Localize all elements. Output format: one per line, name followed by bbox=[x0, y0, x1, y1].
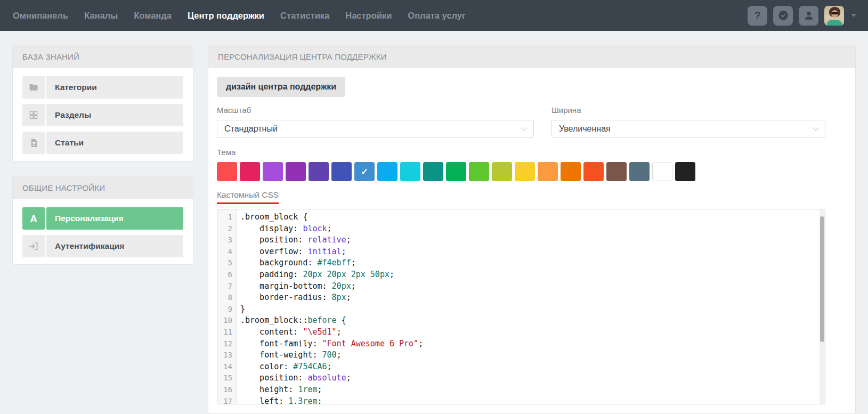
theme-swatch-3[interactable] bbox=[263, 162, 283, 181]
editor-scrollbar[interactable] bbox=[820, 209, 825, 404]
custom-css-label-row: Кастомный CSS bbox=[217, 190, 825, 204]
nav-item-5[interactable]: Статистика bbox=[280, 11, 329, 21]
editor-code-line: .broom_block { bbox=[240, 212, 825, 223]
editor-code-line: content: "\e5d1"; bbox=[240, 327, 825, 338]
theme-swatch-13[interactable] bbox=[492, 162, 512, 181]
theme-swatch-8[interactable] bbox=[377, 162, 398, 181]
nav-right-actions: ? bbox=[748, 6, 856, 26]
theme-swatch-19[interactable] bbox=[629, 162, 650, 181]
scale-label: Масштаб bbox=[217, 105, 534, 115]
theme-swatch-2[interactable] bbox=[240, 162, 260, 181]
settings-form: Масштаб Стандартный Ширина Увеличенная bbox=[217, 104, 825, 138]
sidebar-section-title: ОБЩИЕ НАСТРОЙКИ bbox=[13, 176, 193, 199]
badge-check-icon bbox=[777, 10, 789, 21]
sidebar-section-body: AПерсонализацияАутентификация bbox=[13, 199, 193, 264]
main-panel: ПЕРСОНАЛИЗАЦИЯ ЦЕНТРА ПОДДЕРЖКИ дизайн ц… bbox=[208, 45, 856, 414]
editor-code-line: border-radius: 8px; bbox=[240, 292, 825, 304]
theme-swatch-18[interactable] bbox=[606, 162, 627, 181]
help-button[interactable]: ? bbox=[748, 6, 767, 26]
nav-item-7[interactable]: Оплата услуг bbox=[408, 11, 466, 21]
sidebar-item-label: Статьи bbox=[46, 132, 183, 154]
theme-swatch-10[interactable] bbox=[423, 162, 443, 181]
editor-line-number: 15 bbox=[217, 372, 236, 384]
avatar[interactable] bbox=[824, 6, 844, 26]
theme-swatch-5[interactable] bbox=[309, 162, 329, 181]
editor-line-number: 5 bbox=[217, 257, 236, 269]
theme-swatch-14[interactable] bbox=[515, 162, 535, 181]
editor-code-line: font-family: "Font Awesome 6 Pro"; bbox=[240, 338, 825, 350]
theme-swatch-11[interactable] bbox=[446, 162, 466, 181]
sidebar-item-аутентификация[interactable]: Аутентификация bbox=[22, 235, 183, 257]
editor-line-number: 12 bbox=[217, 338, 236, 350]
badge-check-button[interactable] bbox=[773, 6, 793, 26]
sidebar-item-label: Аутентификация bbox=[46, 235, 183, 257]
sidebar-section-body: КатегорииРазделыСтатьи bbox=[13, 68, 193, 161]
editor-code-line: color: #754CA6; bbox=[240, 361, 825, 373]
grid-icon bbox=[22, 104, 45, 126]
editor-line-number: 4 bbox=[217, 246, 236, 258]
css-code-editor[interactable]: 1234567891011121314151617 .broom_block {… bbox=[217, 209, 825, 404]
editor-code-line: left: 1.3rem; bbox=[240, 396, 825, 404]
editor-code-line: height: 1rem; bbox=[240, 384, 825, 396]
sidebar-section-2: ОБЩИЕ НАСТРОЙКИAПерсонализацияАутентифик… bbox=[12, 176, 193, 265]
theme-swatch-9[interactable] bbox=[400, 162, 420, 181]
letter-a-icon: A bbox=[22, 207, 45, 230]
editor-gutter: 1234567891011121314151617 bbox=[217, 209, 237, 404]
editor-line-number: 2 bbox=[217, 223, 236, 235]
nav-item-2[interactable]: Каналы bbox=[84, 11, 118, 21]
sidebar-item-label: Разделы bbox=[46, 104, 183, 126]
nav-item-3[interactable]: Команда bbox=[134, 11, 172, 21]
editor-code-line: padding: 20px 20px 2px 50px; bbox=[240, 269, 825, 281]
custom-css-label: Кастомный CSS bbox=[217, 190, 279, 204]
user-icon bbox=[803, 10, 815, 21]
nav-item-4[interactable]: Центр поддержки bbox=[188, 11, 264, 21]
sidebar-item-label: Персонализация bbox=[46, 207, 183, 230]
theme-swatch-16[interactable] bbox=[561, 162, 581, 181]
theme-swatch-12[interactable] bbox=[469, 162, 489, 181]
editor-code[interactable]: .broom_block { display: block; position:… bbox=[237, 209, 825, 404]
theme-swatches: ✓ bbox=[217, 162, 825, 181]
editor-line-number: 10 bbox=[217, 315, 236, 327]
design-tab-button[interactable]: дизайн центра поддержки bbox=[217, 77, 345, 97]
editor-scrollbar-thumb[interactable] bbox=[820, 216, 824, 342]
theme-swatch-17[interactable] bbox=[583, 162, 604, 181]
sidebar-section-title: БАЗА ЗНАНИЙ bbox=[13, 45, 193, 68]
sidebar: БАЗА ЗНАНИЙКатегорииРазделыСтатьиОБЩИЕ Н… bbox=[12, 45, 193, 414]
nav-item-1[interactable]: Омнипанель bbox=[13, 11, 68, 21]
editor-line-number: 1 bbox=[217, 212, 236, 223]
sidebar-item-разделы[interactable]: Разделы bbox=[22, 104, 183, 126]
theme-swatch-1[interactable] bbox=[217, 162, 237, 181]
editor-code-line: position: absolute; bbox=[240, 372, 825, 384]
sidebar-item-label: Категории bbox=[46, 76, 183, 99]
editor-code-line: .broom_block::before { bbox=[240, 315, 825, 327]
sidebar-item-статьи[interactable]: Статьи bbox=[22, 132, 183, 154]
scale-select[interactable]: Стандартный bbox=[217, 120, 534, 138]
editor-line-number: 3 bbox=[217, 234, 236, 246]
chevron-down-icon[interactable] bbox=[851, 14, 856, 17]
question-icon: ? bbox=[754, 10, 760, 21]
user-button[interactable] bbox=[799, 6, 818, 26]
avatar-sunglasses bbox=[831, 12, 838, 14]
theme-swatch-6[interactable] bbox=[331, 162, 352, 181]
sidebar-item-персонализация[interactable]: AПерсонализация bbox=[22, 207, 183, 230]
editor-code-line: } bbox=[240, 304, 825, 315]
main-panel-title: ПЕРСОНАЛИЗАЦИЯ ЦЕНТРА ПОДДЕРЖКИ bbox=[208, 45, 855, 68]
editor-line-number: 6 bbox=[217, 269, 236, 281]
editor-line-number: 8 bbox=[217, 292, 236, 304]
chevron-down-icon bbox=[521, 125, 527, 131]
editor-line-number: 17 bbox=[217, 396, 236, 405]
theme-swatch-4[interactable] bbox=[286, 162, 306, 181]
nav-item-6[interactable]: Настройки bbox=[345, 11, 392, 21]
sidebar-item-категории[interactable]: Категории bbox=[22, 76, 183, 99]
theme-swatch-20[interactable] bbox=[652, 162, 672, 181]
width-select-value: Увеличенная bbox=[559, 124, 611, 134]
theme-swatch-15[interactable] bbox=[538, 162, 558, 181]
editor-code-line: position: relative; bbox=[240, 234, 825, 246]
theme-swatch-7[interactable]: ✓ bbox=[354, 162, 375, 181]
main-panel-body: дизайн центра поддержки Масштаб Стандарт… bbox=[208, 68, 855, 413]
width-select[interactable]: Увеличенная bbox=[551, 120, 825, 138]
sign-in-icon bbox=[22, 235, 45, 257]
theme-swatch-21[interactable] bbox=[675, 162, 695, 181]
theme-label: Тема bbox=[217, 148, 825, 157]
editor-line-number: 11 bbox=[217, 327, 236, 338]
